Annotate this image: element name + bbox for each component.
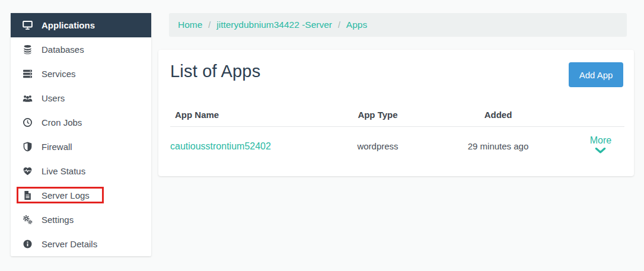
cell-app-name: cautiousstrontium52402 xyxy=(170,141,336,152)
sidebar-item-server-logs[interactable]: Server Logs xyxy=(11,183,151,208)
sidebar-item-label: Applications xyxy=(42,20,95,30)
sidebar-item-cron-jobs[interactable]: Cron Jobs xyxy=(11,110,151,135)
apps-table: App Name App Type Added cautiousstrontiu… xyxy=(170,88,624,154)
sidebar-item-label: Services xyxy=(42,69,76,79)
add-app-button[interactable]: Add App xyxy=(569,62,623,87)
sidebar-item-live-status[interactable]: Live Status xyxy=(11,159,151,183)
more-button[interactable]: More xyxy=(590,135,611,154)
card-header: List of Apps Add App xyxy=(158,50,634,88)
app-name-link[interactable]: cautiousstrontium52402 xyxy=(170,141,271,151)
column-header-added: Added xyxy=(419,110,577,120)
sidebar-item-label: Live Status xyxy=(42,166,85,176)
column-header-app-name: App Name xyxy=(170,110,336,120)
users-icon xyxy=(23,93,33,103)
cell-actions: More xyxy=(577,135,624,154)
more-label: More xyxy=(590,135,611,146)
sidebar-item-applications[interactable]: Applications xyxy=(11,13,151,37)
sidebar-item-services[interactable]: Services xyxy=(11,62,151,86)
sidebar-item-label: Server Details xyxy=(42,239,97,249)
table-row: cautiousstrontium52402 wordpress 29 minu… xyxy=(170,127,624,154)
breadcrumb-separator: / xyxy=(208,20,211,30)
sidebar-item-settings[interactable]: Settings xyxy=(11,208,151,232)
database-icon xyxy=(23,44,33,55)
file-text-icon xyxy=(23,190,33,200)
sidebar-item-label: Cron Jobs xyxy=(42,117,82,127)
clock-icon xyxy=(23,117,33,127)
gears-icon xyxy=(23,215,33,225)
sidebar-item-firewall[interactable]: Firewall xyxy=(11,135,151,159)
shield-icon xyxy=(23,142,33,152)
apps-card: List of Apps Add App App Name App Type A… xyxy=(158,50,634,176)
cell-added: 29 minutes ago xyxy=(419,141,577,151)
desktop-icon xyxy=(23,20,33,30)
breadcrumb-server-link[interactable]: jitterydubnium34422 -Server xyxy=(216,20,332,30)
chevron-down-icon xyxy=(595,148,606,154)
breadcrumb: Home / jitterydubnium34422 -Server / App… xyxy=(169,13,627,37)
sidebar-item-label: Firewall xyxy=(42,142,72,152)
sidebar-item-label: Users xyxy=(42,93,65,103)
info-circle-icon xyxy=(23,239,33,249)
sidebar-item-server-details[interactable]: Server Details xyxy=(11,232,151,256)
breadcrumb-home-link[interactable]: Home xyxy=(178,20,202,30)
sidebar-item-databases[interactable]: Databases xyxy=(11,37,151,62)
sidebar-item-users[interactable]: Users xyxy=(11,86,151,110)
page-title: List of Apps xyxy=(170,62,260,81)
heartbeat-icon xyxy=(23,166,33,176)
server-stack-icon xyxy=(23,69,33,79)
column-header-app-type: App Type xyxy=(336,110,419,120)
cell-app-type: wordpress xyxy=(336,141,419,151)
table-header-row: App Name App Type Added xyxy=(170,88,624,127)
sidebar-item-label: Settings xyxy=(42,215,74,225)
breadcrumb-separator: / xyxy=(338,20,340,30)
sidebar: Applications Databases Services Users Cr… xyxy=(11,13,151,256)
sidebar-item-label: Databases xyxy=(42,44,84,55)
sidebar-item-label: Server Logs xyxy=(42,190,90,200)
breadcrumb-apps-link[interactable]: Apps xyxy=(346,20,367,30)
